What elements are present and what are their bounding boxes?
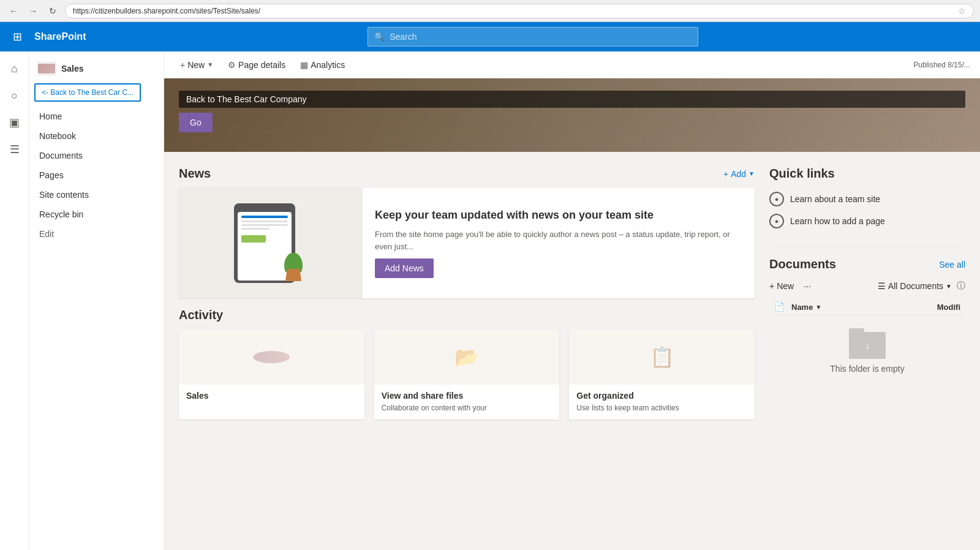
activity-card-sales: Sales (179, 330, 364, 420)
waffle-icon[interactable]: ⊞ (7, 27, 27, 47)
plant-pot (284, 251, 303, 281)
news-header: News + Add ▼ (179, 167, 755, 181)
docs-header: Documents See all (769, 257, 965, 271)
plus-icon: + (180, 60, 185, 70)
docs-new-button[interactable]: + New (769, 281, 794, 291)
hero-go-button[interactable]: Go (179, 113, 213, 132)
empty-folder-text: This folder is empty (830, 364, 904, 374)
globe-icon-1: ● (769, 192, 784, 206)
activity-card-files-desc: Collaborate on content with your (382, 403, 552, 413)
rail-content-icon[interactable]: ☰ (2, 137, 27, 162)
rail-globe-icon[interactable]: ○ (2, 83, 27, 108)
search-icon: 🔍 (374, 32, 385, 42)
sp-topbar: ⊞ SharePoint 🔍 Search (0, 22, 980, 51)
sidebar-item-site-contents[interactable]: Site contents (29, 185, 164, 205)
analytics-icon: ▦ (300, 60, 308, 70)
quick-link-team-site[interactable]: ● Learn about a team site (769, 188, 965, 210)
activity-card-list-desc: Use lists to keep team activities (576, 403, 747, 413)
docs-col-name[interactable]: Name ▼ (791, 303, 932, 312)
quick-link-add-page-label: Learn how to add a page (790, 216, 885, 226)
activity-cards: Sales 📂 View and share files Collaborate… (179, 330, 755, 420)
news-excerpt: From the site home page you'll be able t… (375, 228, 742, 252)
refresh-button[interactable]: ↻ (45, 4, 60, 18)
files-icon: 📂 (454, 345, 479, 369)
news-headline: Keep your team updated with news on your… (375, 208, 742, 222)
folder-arrow: ↓ (865, 340, 870, 351)
forward-button[interactable]: → (26, 4, 40, 18)
add-label: Add (731, 169, 746, 179)
activity-card-files-body: View and share files Collaborate on cont… (374, 385, 560, 420)
back-to-site-button[interactable]: <- Back to The Best Car C... (34, 83, 141, 102)
plus-icon-docs: + (769, 281, 774, 291)
analytics-button[interactable]: ▦ Analytics (294, 56, 351, 73)
tablet-line-3 (241, 224, 288, 226)
back-button[interactable]: ← (6, 4, 21, 18)
activity-title: Activity (179, 308, 755, 322)
sidebar-item-documents[interactable]: Documents (29, 146, 164, 165)
sharepoint-logo[interactable]: SharePoint (34, 31, 86, 42)
sidebar-item-recycle-bin[interactable]: Recycle bin (29, 205, 164, 224)
new-button[interactable]: + New ▼ (174, 56, 219, 73)
hero-content: Back to The Best Car Company Go (164, 78, 980, 145)
search-placeholder: Search (390, 32, 417, 42)
docs-info-button[interactable]: ⓘ (957, 281, 965, 292)
news-card: Keep your team updated with news on your… (179, 188, 755, 298)
sidebar-item-pages[interactable]: Pages (29, 165, 164, 185)
command-bar: + New ▼ ⚙ Page details ▦ Analytics Publi… (164, 51, 980, 78)
tablet-line-1 (241, 216, 288, 218)
activity-card-files-image: 📂 (374, 330, 560, 385)
analytics-label: Analytics (311, 60, 345, 70)
activity-card-sales-title: Sales (186, 391, 357, 401)
tablet-line-4 (241, 228, 270, 230)
docs-filter-label: All Documents (888, 281, 943, 291)
activity-card-sales-body: Sales (179, 385, 364, 409)
content-area: + New ▼ ⚙ Page details ▦ Analytics Publi… (164, 51, 980, 550)
sidebar-item-edit[interactable]: Edit (29, 224, 164, 244)
tablet-line-green (241, 235, 266, 243)
activity-card-list-body: Get organized Use lists to keep team act… (569, 385, 755, 420)
page-content: News + Add ▼ (164, 152, 980, 434)
tablet-line-2 (241, 220, 288, 222)
hero-banner: Back to The Best Car Company Go (164, 78, 980, 152)
new-chevron-icon: ▼ (207, 61, 213, 68)
quick-link-add-page[interactable]: ● Learn how to add a page (769, 210, 965, 232)
search-box[interactable]: 🔍 Search (368, 27, 698, 47)
filter-icon: ☰ (878, 281, 886, 291)
activity-card-list-image: 📋 (569, 330, 755, 385)
site-name: Sales (61, 64, 84, 73)
right-column: Quick links ● Learn about a team site ● … (769, 167, 965, 420)
address-bar[interactable]: https://citizenbuilders.sharepoint.com/s… (65, 4, 974, 18)
docs-filter-button[interactable]: ☰ All Documents ▼ (878, 281, 952, 291)
bookmark-icon[interactable]: ☆ (958, 6, 966, 16)
icon-rail: ⌂ ○ ▣ ☰ (0, 51, 29, 550)
sidebar-item-home[interactable]: Home (29, 107, 164, 126)
empty-folder: ↓ This folder is empty (769, 316, 965, 386)
sidebar-item-notebook[interactable]: Notebook (29, 126, 164, 146)
activity-card-list-title: Get organized (576, 391, 747, 401)
quick-link-team-site-label: Learn about a team site (790, 194, 880, 204)
page-details-icon: ⚙ (228, 60, 236, 70)
list-icon: 📋 (650, 345, 674, 369)
tablet-illustration (234, 200, 307, 286)
activity-card-sales-image (179, 330, 364, 385)
see-all-link[interactable]: See all (939, 260, 965, 269)
published-status: Published 8/15/... (913, 61, 970, 69)
filter-chevron-icon: ▼ (946, 283, 952, 290)
activity-section: Activity Sales 📂 (179, 308, 755, 420)
rail-pages-icon[interactable]: ▣ (2, 110, 27, 135)
quick-links-section: Quick links ● Learn about a team site ● … (769, 167, 965, 232)
docs-more-button[interactable]: ··· (799, 279, 816, 293)
sidebar-site-header: Sales (29, 56, 164, 83)
new-label: New (187, 60, 205, 70)
page-details-button[interactable]: ⚙ Page details (222, 56, 292, 73)
docs-col-icon: 📄 (774, 302, 786, 312)
rail-home-icon[interactable]: ⌂ (2, 56, 27, 81)
docs-table-header: 📄 Name ▼ Modifi (769, 298, 965, 316)
site-logo-image (38, 64, 55, 73)
documents-section: Documents See all + New ··· ☰ All Docume… (769, 257, 965, 386)
quick-links-title: Quick links (769, 167, 965, 181)
plus-icon-news: + (723, 169, 728, 179)
news-title: News (179, 167, 211, 181)
news-add-button[interactable]: + Add ▼ (723, 169, 755, 179)
add-news-button[interactable]: Add News (375, 258, 434, 278)
